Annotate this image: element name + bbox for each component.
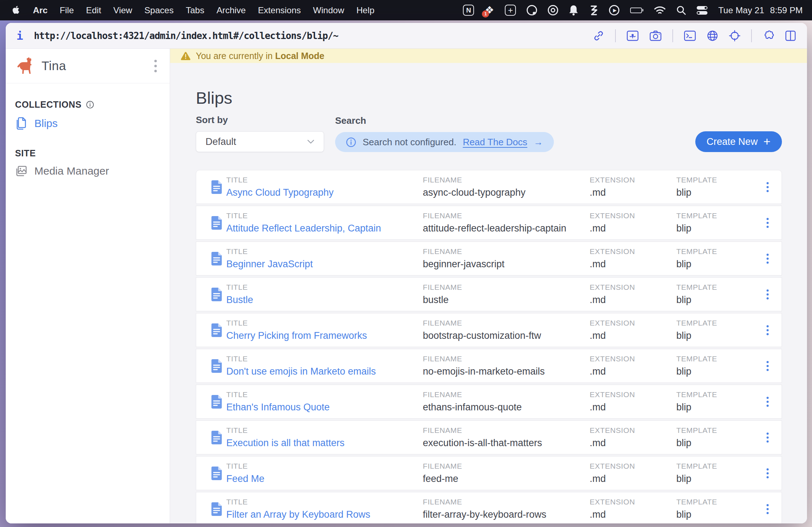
- address-url[interactable]: http://localhost:4321/admin/index.html#/…: [34, 30, 338, 41]
- template-cell: TEMPLATE blip: [676, 355, 755, 377]
- column-label-filename: FILENAME: [423, 319, 590, 327]
- sidebar-item-media-manager[interactable]: Media Manager: [15, 165, 159, 177]
- divider: [672, 29, 673, 42]
- document-title-link[interactable]: Attitude Reflect Leadership, Captain: [226, 223, 423, 234]
- menu-item-help[interactable]: Help: [350, 5, 380, 15]
- row-actions-kebab[interactable]: [764, 429, 771, 446]
- row-actions-kebab[interactable]: [764, 250, 771, 267]
- tidal-icon[interactable]: ❖ 1: [485, 5, 494, 16]
- row-actions-kebab[interactable]: [764, 357, 771, 375]
- menu-item-view[interactable]: View: [107, 5, 139, 15]
- read-the-docs-link[interactable]: Read The Docs: [463, 137, 527, 148]
- row-actions-kebab[interactable]: [764, 501, 771, 518]
- document-title-link[interactable]: Filter an Array by Keyboard Rows: [226, 509, 423, 520]
- document-title-link[interactable]: Beginner JavaScript: [226, 259, 423, 270]
- document-title-link[interactable]: Cherry Picking from Frameworks: [226, 330, 423, 341]
- document-extension: .md: [590, 330, 676, 341]
- search-icon[interactable]: [676, 5, 686, 16]
- crosshair-icon[interactable]: [729, 30, 740, 42]
- document-template: blip: [676, 402, 755, 413]
- info-circle-icon[interactable]: [86, 101, 94, 109]
- notion-letter: N: [463, 5, 474, 16]
- filename-cell: FILENAME attitude-reflect-leadership-cap…: [423, 211, 590, 234]
- table-row: TITLE Don't use emojis in Marketo emails…: [196, 349, 782, 383]
- grid-plus-icon[interactable]: +: [505, 5, 516, 16]
- wifi-icon[interactable]: [654, 5, 666, 16]
- row-actions-kebab[interactable]: [764, 214, 771, 231]
- document-extension: .md: [590, 294, 676, 306]
- title-cell: TITLE Execution is all that matters: [226, 426, 423, 449]
- column-label-title: TITLE: [226, 247, 423, 256]
- column-label-extension: EXTENSION: [590, 498, 676, 506]
- site-info-icon[interactable]: i: [16, 29, 23, 42]
- column-label-filename: FILENAME: [423, 426, 590, 435]
- globe-icon[interactable]: [707, 30, 718, 42]
- menubar-clock[interactable]: Tue May 21 8:59 PM: [718, 5, 803, 15]
- browser-url-bar[interactable]: i http://localhost:4321/admin/index.html…: [6, 23, 807, 49]
- screenshot-camera-icon[interactable]: [649, 30, 662, 41]
- sidebar-header: Tina: [6, 49, 170, 83]
- menu-item-tabs[interactable]: Tabs: [180, 5, 211, 15]
- record-icon[interactable]: [548, 5, 558, 16]
- document-template: blip: [676, 223, 755, 234]
- document-title-link[interactable]: Feed Me: [226, 473, 423, 484]
- row-actions-kebab[interactable]: [764, 286, 771, 303]
- document-title-link[interactable]: Bustle: [226, 294, 423, 306]
- boost-image-icon[interactable]: [627, 30, 639, 41]
- document-title-link[interactable]: Execution is all that matters: [226, 438, 423, 449]
- row-actions-kebab[interactable]: [764, 465, 771, 482]
- search-label: Search: [335, 115, 554, 126]
- devtools-terminal-icon[interactable]: [684, 30, 696, 41]
- banner-text: You are currently in Local Mode: [196, 51, 324, 61]
- document-title-link[interactable]: Async Cloud Typography: [226, 187, 423, 198]
- extension-cell: EXTENSION .md: [590, 498, 676, 520]
- menu-item-spaces[interactable]: Spaces: [138, 5, 180, 15]
- notion-icon[interactable]: N: [463, 5, 474, 16]
- document-template: blip: [676, 330, 755, 341]
- filename-cell: FILENAME execution-is-all-that-matters: [423, 426, 590, 449]
- column-label-template: TEMPLATE: [676, 247, 755, 256]
- column-label-template: TEMPLATE: [676, 462, 755, 470]
- menu-item-edit[interactable]: Edit: [80, 5, 107, 15]
- document-extension: .md: [590, 509, 676, 520]
- row-actions-kebab[interactable]: [764, 322, 771, 339]
- sidebar-item-blips[interactable]: Blips: [15, 117, 159, 130]
- menu-item-archive[interactable]: Archive: [211, 5, 252, 15]
- title-cell: TITLE Feed Me: [226, 462, 423, 484]
- extensions-puzzle-icon[interactable]: [763, 30, 774, 42]
- document-extension: .md: [590, 187, 676, 198]
- column-label-title: TITLE: [226, 462, 423, 470]
- sort-dropdown[interactable]: Default: [196, 131, 324, 152]
- document-filename: feed-me: [423, 473, 590, 484]
- menu-item-extensions[interactable]: Extensions: [252, 5, 307, 15]
- play-icon[interactable]: ▶: [609, 5, 619, 16]
- row-actions-kebab[interactable]: [764, 179, 771, 196]
- search-not-configured-notice: Search not configured. Read The Docs →: [335, 132, 554, 152]
- battery-icon[interactable]: [630, 5, 643, 16]
- row-actions-kebab[interactable]: [764, 393, 771, 410]
- title-cell: TITLE Beginner JavaScript: [226, 247, 423, 270]
- menu-item-window[interactable]: Window: [307, 5, 350, 15]
- apple-icon[interactable]: [12, 5, 20, 14]
- document-extension: .md: [590, 259, 676, 270]
- bell-icon[interactable]: [569, 5, 578, 16]
- file-text-icon: [211, 430, 223, 445]
- document-title-link[interactable]: Don't use emojis in Marketo emails: [226, 366, 423, 377]
- clock-time: 8:59 PM: [770, 5, 803, 15]
- document-filename: ethans-infamous-quote: [423, 402, 590, 413]
- control-center-icon[interactable]: [697, 5, 707, 16]
- copy-link-icon[interactable]: [593, 30, 604, 42]
- menu-item-arc[interactable]: Arc: [27, 5, 54, 15]
- document-title-link[interactable]: Ethan's Infamous Quote: [226, 402, 423, 413]
- zigzag-icon[interactable]: [589, 5, 598, 16]
- create-new-button[interactable]: Create New +: [695, 131, 782, 152]
- document-extension: .md: [590, 223, 676, 234]
- sidebar-menu-kebab[interactable]: [151, 57, 160, 75]
- camera-app-icon[interactable]: [527, 5, 537, 16]
- menu-item-file[interactable]: File: [54, 5, 80, 15]
- filename-cell: FILENAME no-emojis-in-marketo-emails: [423, 355, 590, 377]
- column-label-filename: FILENAME: [423, 355, 590, 363]
- split-view-icon[interactable]: [785, 30, 796, 41]
- document-filename: attitude-reflect-leadership-captain: [423, 223, 590, 234]
- warning-triangle-icon: [181, 52, 190, 60]
